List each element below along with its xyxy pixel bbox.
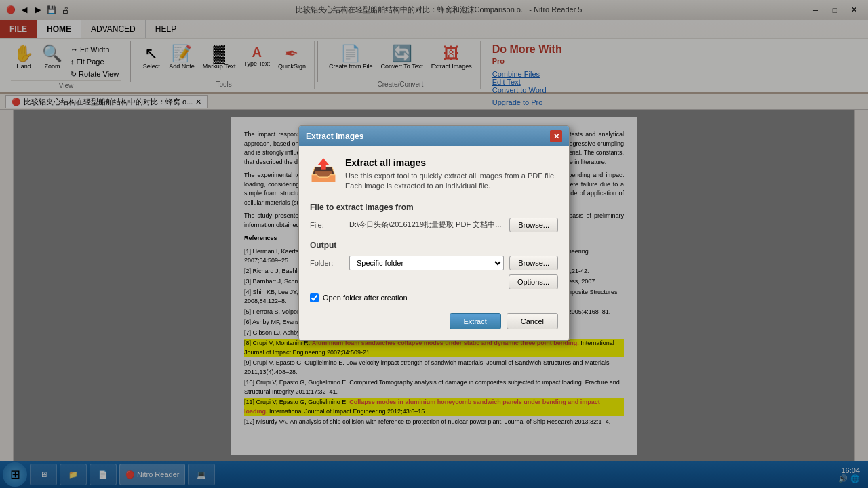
output-section-title: Output xyxy=(310,241,558,250)
dialog-description: Use this export tool to quickly extract … xyxy=(345,171,558,192)
checkbox-row: Open folder after creation xyxy=(310,293,558,302)
file-section: File to extract images from File: D:\今日头… xyxy=(310,203,558,232)
folder-select[interactable]: Specific folder Same as PDF file Ask eve… xyxy=(349,256,504,270)
file-row: File: D:\今日头条\20161219批量提取 PDF 文档中... Br… xyxy=(310,218,558,232)
dialog-header-text: Extract all images Use this export tool … xyxy=(345,157,558,192)
file-path: D:\今日头条\20161219批量提取 PDF 文档中... xyxy=(349,220,504,230)
dialog-body: 📤 Extract all images Use this export too… xyxy=(299,146,569,340)
dialog-title: Extract Images xyxy=(306,131,363,141)
file-browse-button[interactable]: Browse... xyxy=(509,218,558,232)
output-section: Output Folder: Specific folder Same as P… xyxy=(310,241,558,302)
open-folder-label: Open folder after creation xyxy=(323,293,408,302)
open-folder-checkbox[interactable] xyxy=(310,293,319,302)
cancel-button[interactable]: Cancel xyxy=(507,313,558,329)
dialog-header-icon: 📤 xyxy=(310,157,337,192)
folder-browse-button[interactable]: Browse... xyxy=(509,256,558,270)
options-row: Options... xyxy=(310,274,558,289)
folder-label: Folder: xyxy=(310,259,344,267)
open-folder-checkbox-label[interactable]: Open folder after creation xyxy=(310,293,408,302)
file-section-title: File to extract images from xyxy=(310,203,558,212)
dialog-footer: Extract Cancel xyxy=(310,313,558,329)
dialog-header: 📤 Extract all images Use this export too… xyxy=(310,157,558,192)
folder-row: Folder: Specific folder Same as PDF file… xyxy=(310,256,558,270)
dialog-heading: Extract all images xyxy=(345,157,558,168)
modal-overlay: Extract Images ✕ 📤 Extract all images Us… xyxy=(0,0,868,488)
options-button[interactable]: Options... xyxy=(509,274,558,289)
extract-button[interactable]: Extract xyxy=(450,313,501,329)
file-label: File: xyxy=(310,221,344,229)
dialog-close-button[interactable]: ✕ xyxy=(550,130,562,142)
dialog-titlebar: Extract Images ✕ xyxy=(299,126,569,146)
extract-images-dialog: Extract Images ✕ 📤 Extract all images Us… xyxy=(298,125,570,341)
